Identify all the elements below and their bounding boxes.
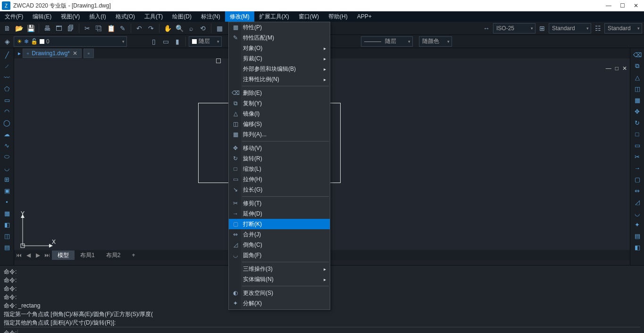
publish-icon[interactable]: 🗐 <box>66 23 76 33</box>
menu-item[interactable]: ↻旋转(R) <box>229 153 330 164</box>
grip-handle[interactable] <box>216 58 221 63</box>
chamfer-icon[interactable]: ◿ <box>632 197 643 207</box>
arc-icon[interactable]: ◠ <box>2 107 12 116</box>
layoff-icon[interactable]: ▭ <box>160 36 171 47</box>
menu-item[interactable]: 三维操作(3)▸ <box>229 264 330 274</box>
open-icon[interactable]: 📂 <box>14 23 24 33</box>
xline-icon[interactable]: ⟋ <box>2 61 12 71</box>
layout-prev-icon[interactable]: ⏮ <box>14 252 24 258</box>
insert-icon[interactable]: ⊞ <box>2 175 12 184</box>
maximize-button[interactable]: ☐ <box>620 2 625 9</box>
line-icon[interactable]: ╱ <box>2 50 12 59</box>
menu-标注(N)[interactable]: 标注(N) <box>196 11 225 22</box>
zoom-icon[interactable]: 🔍 <box>174 23 184 33</box>
paste-icon[interactable]: 📋 <box>106 23 116 33</box>
circle-icon[interactable]: ◯ <box>2 118 12 127</box>
layiso-icon[interactable]: ▯ <box>149 36 159 47</box>
hatch-icon[interactable]: ▦ <box>2 208 12 218</box>
minimize-button[interactable]: — <box>606 2 611 9</box>
menu-item[interactable]: ▦阵列(A)... <box>229 129 330 140</box>
ellipsearc-icon[interactable]: ◡ <box>2 163 12 173</box>
ellipse-icon[interactable]: ⬭ <box>2 152 12 161</box>
zoomprev-icon[interactable]: ⟲ <box>198 23 208 33</box>
fillet-icon[interactable]: ◡ <box>632 208 643 218</box>
menu-item[interactable]: ✦分解(X) <box>229 298 330 308</box>
region-icon[interactable]: ◫ <box>2 231 12 241</box>
break-icon[interactable]: ▢ <box>632 175 643 184</box>
color-bylayer-dropdown[interactable]: 随层 <box>189 36 222 47</box>
menu-item[interactable]: 注释性比例(N)▸ <box>229 74 330 84</box>
menu-item[interactable]: ◿倒角(C) <box>229 240 330 250</box>
panel-min-icon[interactable]: — <box>606 65 611 72</box>
menu-插入(I)[interactable]: 插入(I) <box>84 11 110 22</box>
menu-帮助(H)[interactable]: 帮助(H) <box>324 11 352 22</box>
menu-修改(M)[interactable]: 修改(M) <box>225 11 254 22</box>
menu-文件(F)[interactable]: 文件(F) <box>0 11 28 22</box>
scale-icon[interactable]: □ <box>632 129 643 139</box>
tab-model[interactable]: 模型 <box>52 250 75 260</box>
close-button[interactable]: ✕ <box>634 2 638 9</box>
move-icon[interactable]: ✥ <box>632 107 643 116</box>
dim-icon[interactable]: ↔ <box>481 23 492 33</box>
tab-menu-icon[interactable]: ▸ <box>16 50 23 57</box>
layermgr-icon[interactable]: ◈ <box>2 36 12 47</box>
menu-item[interactable]: ⌫删除(E) <box>229 88 330 98</box>
undo-icon[interactable]: ↶ <box>134 23 144 33</box>
panel-close-icon[interactable]: ✕ <box>622 65 627 72</box>
menu-工具(T)[interactable]: 工具(T) <box>140 11 167 22</box>
menu-视图(V)[interactable]: 视图(V) <box>56 11 84 22</box>
zoomwin-icon[interactable]: ⌕ <box>186 23 196 33</box>
print-icon[interactable]: 🖶 <box>42 23 52 33</box>
dim3-icon[interactable]: ☷ <box>593 23 603 33</box>
menu-item[interactable]: 外部参照和块编辑(B)▸ <box>229 64 330 74</box>
preview-icon[interactable]: 🗔 <box>54 23 64 33</box>
layout-fwd-icon[interactable]: ▶ <box>33 252 42 258</box>
revcloud-icon[interactable]: ☁ <box>2 129 12 139</box>
block-icon[interactable]: ▣ <box>2 186 12 195</box>
tab-layout1[interactable]: 布局1 <box>75 250 100 260</box>
menu-编辑(E)[interactable]: 编辑(E) <box>28 11 56 22</box>
menu-item[interactable]: →延伸(D) <box>229 208 330 219</box>
menu-绘图(D)[interactable]: 绘图(D) <box>167 11 196 22</box>
save-icon[interactable]: 💾 <box>25 23 36 33</box>
trim-icon[interactable]: ✂ <box>632 152 643 161</box>
tab-add-layout[interactable]: + <box>126 250 141 260</box>
layfrz-icon[interactable]: ▮ <box>172 36 183 47</box>
menu-item[interactable]: ▭拉伸(H) <box>229 174 330 184</box>
dim2-icon[interactable]: ⊞ <box>537 23 547 33</box>
table-icon[interactable]: ▤ <box>2 242 12 252</box>
menu-item[interactable]: ◫偏移(S) <box>229 119 330 129</box>
polygon-icon[interactable]: ⬠ <box>2 84 12 93</box>
dimstyle-dropdown[interactable]: ISO-25 <box>493 23 535 33</box>
layout-back-icon[interactable]: ◀ <box>24 252 33 258</box>
menu-item[interactable]: ✎特性匹配(M) <box>229 33 330 43</box>
gradient-icon[interactable]: ◧ <box>2 220 12 229</box>
extend-icon[interactable]: → <box>632 163 643 173</box>
cut-icon[interactable]: ✂ <box>82 23 92 33</box>
menu-item[interactable]: ▢打断(K) <box>229 219 330 229</box>
linetype-dropdown[interactable]: ———随层 <box>361 36 413 47</box>
file-tab-close[interactable]: ✕ <box>73 50 77 57</box>
spline-icon[interactable]: ∿ <box>2 141 12 150</box>
copy-icon[interactable]: ⿻ <box>94 23 104 33</box>
menu-扩展工具(X)[interactable]: 扩展工具(X) <box>254 11 294 22</box>
menu-窗口(W)[interactable]: 窗口(W) <box>294 11 324 22</box>
new-icon[interactable]: 🗎 <box>2 23 12 33</box>
properties-icon[interactable]: ▦ <box>214 23 225 33</box>
command-input[interactable] <box>17 330 640 333</box>
menu-item[interactable]: ▦特性(P) <box>229 22 330 33</box>
menu-item[interactable]: ⧉复制(Y) <box>229 98 330 108</box>
menu-item[interactable]: ◐更改空间(S) <box>229 288 330 298</box>
menu-item[interactable]: △镜像(I) <box>229 108 330 119</box>
textstyle-dropdown-2[interactable]: Standard <box>604 23 642 33</box>
menu-item[interactable]: ↘拉长(G) <box>229 184 330 195</box>
copy2-icon[interactable]: ⧉ <box>632 61 643 71</box>
menu-item[interactable]: 对象(O)▸ <box>229 43 330 53</box>
mod18-icon[interactable]: ◧ <box>632 242 643 252</box>
pline-icon[interactable]: 〰 <box>2 73 12 82</box>
tab-layout2[interactable]: 布局2 <box>100 250 126 260</box>
layout-next-icon[interactable]: ⏭ <box>42 252 52 258</box>
menu-item[interactable]: ✂修剪(T) <box>229 198 330 208</box>
array-icon[interactable]: ▦ <box>632 95 643 105</box>
point-icon[interactable]: • <box>2 197 12 207</box>
